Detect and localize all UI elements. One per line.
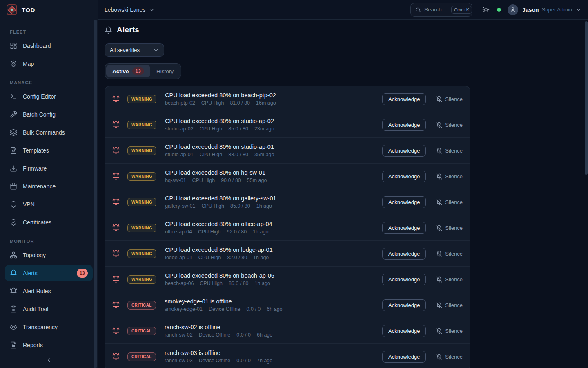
- sidebar-item[interactable]: VPN: [5, 196, 93, 213]
- sidebar-item[interactable]: Topology: [5, 247, 93, 263]
- search-input[interactable]: [424, 7, 448, 13]
- bell-off-icon: [436, 173, 442, 180]
- acknowledge-button[interactable]: Acknowledge: [382, 171, 426, 182]
- silence-button[interactable]: Silence: [436, 122, 463, 128]
- alert-actions: Acknowledge Silence: [382, 119, 463, 131]
- sidebar-item[interactable]: Alerts 13: [5, 265, 93, 281]
- page-scrollbar[interactable]: [585, 21, 588, 175]
- sidebar-item[interactable]: Map: [5, 56, 93, 72]
- sidebar-item[interactable]: Reports: [5, 337, 93, 352]
- bell-ring-icon: [112, 224, 120, 231]
- shield-check-icon: [10, 219, 17, 226]
- silence-button[interactable]: Silence: [436, 225, 463, 231]
- severity-badge: WARNING: [127, 249, 156, 258]
- silence-button[interactable]: Silence: [436, 354, 463, 360]
- alert-actions: Acknowledge Silence: [382, 274, 463, 285]
- alert-title: CPU load exceeded 80% on beach-ap-06: [165, 272, 274, 279]
- silence-button[interactable]: Silence: [436, 148, 463, 154]
- chevron-down-icon[interactable]: [576, 7, 581, 13]
- bell-off-icon: [436, 302, 442, 308]
- search-box[interactable]: Cmd+K: [410, 3, 472, 17]
- acknowledge-button[interactable]: Acknowledge: [382, 145, 426, 157]
- alert-meta: ranch-sw-02 Device Offline 0.0 / 0 6h ag…: [165, 332, 272, 338]
- sidebar-item-label: Audit Trail: [23, 306, 48, 312]
- alert-device: studio-ap-01: [165, 152, 194, 157]
- sidebar-item-label: Topology: [23, 252, 46, 258]
- severity-filter-select[interactable]: All severities: [105, 43, 164, 57]
- alert-row: WARNING CPU load exceeded 80% on beach-p…: [105, 86, 470, 112]
- sidebar-scrollbar[interactable]: [94, 20, 97, 368]
- alert-actions: Acknowledge Silence: [382, 222, 463, 234]
- sidebar-item[interactable]: Firmware: [5, 160, 93, 177]
- sidebar-collapse-button[interactable]: [0, 352, 98, 368]
- sidebar-item[interactable]: Batch Config: [5, 106, 93, 123]
- acknowledge-button[interactable]: Acknowledge: [382, 351, 426, 363]
- sun-icon[interactable]: [482, 6, 490, 13]
- alert-actions: Acknowledge Silence: [382, 248, 463, 260]
- alert-meta: beach-ap-06 CPU High 86.0 / 80 1h ago: [165, 280, 274, 286]
- acknowledge-button[interactable]: Acknowledge: [382, 325, 426, 337]
- silence-button[interactable]: Silence: [436, 276, 463, 283]
- alert-text: CPU load exceeded 80% on office-ap-04 of…: [165, 221, 272, 235]
- silence-label: Silence: [445, 276, 463, 283]
- bell-off-icon: [436, 354, 442, 360]
- acknowledge-button[interactable]: Acknowledge: [382, 274, 426, 285]
- sidebar-item[interactable]: Alert Rules: [5, 283, 93, 299]
- tab-badge: 13: [132, 67, 144, 75]
- avatar[interactable]: [508, 4, 518, 15]
- sidebar-item[interactable]: Templates: [5, 142, 93, 159]
- sidebar-item[interactable]: Transparency: [5, 319, 93, 335]
- acknowledge-button[interactable]: Acknowledge: [382, 196, 426, 208]
- tab[interactable]: Active 13: [106, 65, 150, 77]
- alert-meta: ranch-sw-03 Device Offline 0.0 / 0 7h ag…: [165, 358, 272, 364]
- sidebar-item[interactable]: Audit Trail: [5, 301, 93, 317]
- silence-button[interactable]: Silence: [436, 328, 463, 334]
- map-pin-icon: [10, 60, 17, 67]
- bell-ring-icon: [112, 301, 120, 309]
- tab-label: History: [156, 68, 174, 74]
- silence-button[interactable]: Silence: [436, 302, 463, 308]
- sidebar-item-label: Bulk Commands: [23, 129, 65, 136]
- bell-off-icon: [436, 276, 442, 283]
- tab-label: Active: [112, 68, 129, 74]
- alert-meta: gallery-sw-01 CPU High 85.0 / 80 1h ago: [165, 203, 276, 209]
- chevron-down-icon: [153, 47, 159, 53]
- brand-name: TOD: [22, 7, 35, 13]
- sidebar-item[interactable]: Certificates: [5, 214, 93, 231]
- acknowledge-button[interactable]: Acknowledge: [382, 248, 426, 260]
- alert-meta: lodge-ap-01 CPU High 82.0 / 80 1h ago: [165, 255, 273, 260]
- acknowledge-button[interactable]: Acknowledge: [382, 299, 426, 311]
- acknowledge-button[interactable]: Acknowledge: [382, 119, 426, 131]
- severity-badge: WARNING: [127, 275, 156, 284]
- org-selector[interactable]: Lebowski Lanes: [105, 7, 155, 13]
- severity-filter-value: All severities: [110, 47, 140, 53]
- alert-text: CPU load exceeded 80% on gallery-sw-01 g…: [165, 195, 276, 209]
- acknowledge-button[interactable]: Acknowledge: [382, 93, 426, 105]
- silence-button[interactable]: Silence: [436, 173, 463, 180]
- bell-off-icon: [436, 96, 442, 102]
- silence-button[interactable]: Silence: [436, 199, 463, 205]
- severity-badge: CRITICAL: [127, 327, 156, 335]
- alert-row: WARNING CPU load exceeded 80% on office-…: [105, 215, 470, 241]
- sidebar-item-badge: 13: [77, 269, 88, 278]
- sidebar-item[interactable]: Bulk Commands: [5, 124, 93, 141]
- tab[interactable]: History: [150, 65, 180, 77]
- alert-time: 1h ago: [256, 203, 272, 209]
- sidebar-item[interactable]: Config Editor: [5, 88, 93, 105]
- alert-value: 86.0 / 80: [229, 280, 249, 286]
- wrench-icon: [10, 111, 17, 118]
- sidebar-item[interactable]: Maintenance: [5, 178, 93, 195]
- severity-badge: WARNING: [127, 146, 156, 155]
- bell-off-icon: [436, 328, 442, 334]
- silence-label: Silence: [445, 354, 463, 360]
- sidebar-item[interactable]: Dashboard: [5, 38, 93, 54]
- silence-button[interactable]: Silence: [436, 251, 463, 257]
- severity-badge: CRITICAL: [127, 301, 156, 310]
- silence-button[interactable]: Silence: [436, 96, 463, 102]
- severity-badge: WARNING: [127, 121, 156, 129]
- bell-ring-icon: [112, 250, 120, 257]
- alerts-tabs: Active 13 History: [105, 63, 181, 79]
- acknowledge-button[interactable]: Acknowledge: [382, 222, 426, 234]
- eye-icon: [10, 323, 17, 331]
- alert-rule: CPU High: [200, 280, 223, 286]
